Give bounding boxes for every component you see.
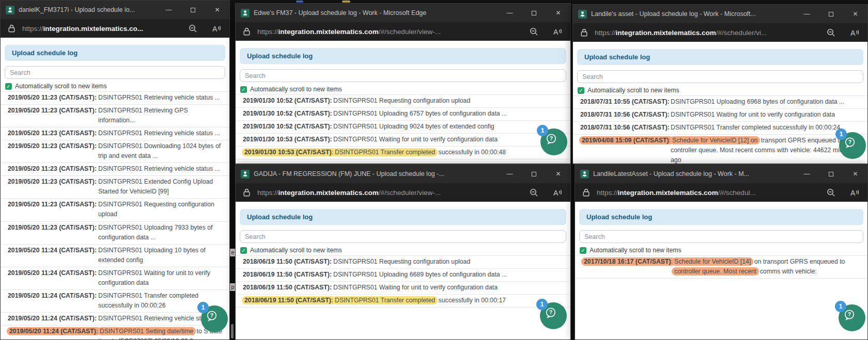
search-input[interactable] — [577, 70, 863, 83]
log-timestamp: 2019/05/20 11:24 (CAT/SAST): — [8, 268, 92, 288]
minimize-button[interactable]: — — [157, 1, 181, 19]
maximize-button[interactable] — [522, 165, 546, 183]
maximize-button[interactable] — [181, 1, 205, 19]
url-text[interactable]: https://integration.mixtelematics.co... — [22, 25, 182, 33]
url-text[interactable]: https://integration.mixtelematics.com/#/… — [597, 189, 820, 197]
help-chat-button[interactable]: 1 — [839, 304, 865, 331]
lock-icon[interactable] — [580, 28, 588, 37]
zoom-out-icon[interactable] — [530, 188, 538, 197]
zoom-out-icon[interactable] — [189, 24, 197, 33]
log-message: DSINTGPRS01 Retrieving vehicle status ..… — [98, 128, 225, 138]
autoscroll-checkbox[interactable]: ✓ — [240, 86, 247, 93]
maximize-button[interactable] — [819, 165, 843, 183]
close-button[interactable]: ✕ — [843, 5, 867, 23]
log-message: DSINTGPRS01 Waiting for unit to verify c… — [98, 268, 225, 288]
log-timestamp: 2019/01/30 10:52 (CAT/SAST): — [243, 96, 327, 106]
log-row: 2019/05/20 11:23 (CAT/SAST): DSINTGPRS01… — [1, 176, 229, 199]
close-button[interactable]: ✕ — [546, 165, 570, 183]
log-timestamp: 2018/07/31 10:56 (CAT/SAST): — [580, 123, 664, 133]
url-text[interactable]: https://integration.mixtelematics.com/#/… — [257, 28, 523, 36]
log-message: DSINTGPRS01 Uploading 10 bytes of extend… — [98, 246, 225, 265]
help-chat-button[interactable]: 1 — [201, 305, 228, 332]
autoscroll-label: Automatically scroll to new items — [250, 247, 342, 254]
help-chat-button[interactable]: 1 — [839, 132, 866, 159]
log-row: 2019/05/20 11:23 (CAT/SAST): DSINTGPRS01… — [1, 222, 229, 245]
minimize-button[interactable]: — — [795, 165, 819, 183]
page-content: Upload schedule log ✓ Automatically scro… — [236, 202, 570, 339]
read-aloud-icon[interactable] — [553, 28, 562, 36]
search-input[interactable] — [240, 230, 566, 243]
minimize-button[interactable]: — — [498, 165, 522, 183]
page-content: Upload schedule log ✓ Automatically scro… — [575, 202, 867, 339]
maximize-button[interactable] — [522, 4, 546, 22]
log-timestamp: 2019/05/20 11:23 (CAT/SAST): — [8, 164, 92, 174]
zoom-out-icon[interactable] — [530, 27, 538, 36]
autoscroll-checkbox[interactable]: ✓ — [580, 247, 586, 254]
site-favicon-icon — [241, 9, 250, 18]
url-text[interactable]: https://integration.mixtelematics.com/#/… — [595, 29, 820, 37]
lock-icon[interactable] — [8, 24, 16, 33]
page-title: Upload schedule log — [240, 209, 566, 225]
close-button[interactable]: ✕ — [546, 4, 570, 22]
log-timestamp: 2019/05/20 11:23 (CAT/SAST): — [8, 106, 92, 125]
maximize-icon — [532, 11, 536, 15]
schedule-log-table: 2019/01/30 10:52 (CAT/SAST): DSINTGPRS01… — [236, 94, 570, 159]
read-aloud-icon[interactable] — [212, 25, 221, 33]
background-window-fragment — [296, 1, 303, 3]
log-row: 2019/05/20 11:24 (CAT/SAST): DSINTGPRS01… — [1, 290, 229, 313]
log-row: 2019/05/20 11:23 (CAT/SAST): DSINTGPRS01… — [1, 105, 229, 127]
log-message: Schedule for VehicleID [14] on transport… — [673, 257, 863, 277]
schedule-log-table: 2017/10/18 16:17 (CAT/SAST): Schedule fo… — [575, 255, 867, 279]
autoscroll-checkbox[interactable]: ✓ — [578, 87, 584, 94]
background-window-fragment — [342, 1, 350, 3]
log-timestamp: 2018/06/19 11:50 (CAT/SAST): — [243, 296, 327, 305]
log-row: 2019/01/30 10:52 (CAT/SAST): DSINTGPRS01… — [236, 108, 570, 121]
log-timestamp: 2019/01/30 10:52 (CAT/SAST): — [243, 122, 327, 132]
search-input[interactable] — [579, 230, 863, 243]
log-message: DSINTGPRS01 Uploading 6968 bytes of conf… — [671, 97, 863, 107]
log-row: 2019/05/20 11:23 (CAT/SAST): DSINTGPRS01… — [1, 163, 229, 176]
read-aloud-icon[interactable] — [553, 189, 562, 197]
lock-icon[interactable] — [582, 188, 590, 197]
search-input[interactable] — [240, 69, 566, 82]
address-bar: https://integration.mixtelematics.com/#/… — [575, 183, 867, 202]
title-bar: danielK_FM3717i - Upload schedule lo... … — [1, 1, 229, 19]
log-message: DSINTGPRS01 Downloading 1024 bytes of tr… — [98, 141, 225, 161]
lock-icon[interactable] — [243, 188, 251, 197]
log-message: DSINTGPRS01 Uploading 7933 bytes of conf… — [98, 223, 225, 242]
read-aloud-icon[interactable] — [850, 189, 859, 197]
read-aloud-icon[interactable] — [850, 29, 859, 37]
address-bar: https://integration.mixtelematics.com/#/… — [236, 22, 570, 41]
address-bar: https://integration.mixtelematics.com/#/… — [236, 183, 570, 202]
minimize-button[interactable]: — — [498, 4, 522, 22]
help-chat-button[interactable]: 1 — [540, 128, 567, 155]
minimize-button[interactable]: — — [795, 5, 819, 23]
zoom-out-icon[interactable] — [827, 28, 835, 37]
close-button[interactable]: ✕ — [843, 165, 867, 183]
close-button[interactable]: ✕ — [205, 1, 229, 19]
autoscroll-checkbox[interactable]: ✓ — [240, 247, 247, 254]
zoom-out-icon[interactable] — [827, 188, 835, 197]
browser-window-w2: Edwe's FM37 - Upload schedule log - Work… — [235, 3, 571, 164]
log-row: 2019/05/20 11:24 (CAT/SAST): DSINTGPRS01… — [1, 245, 229, 267]
log-timestamp: 2018/06/19 11:50 (CAT/SAST): — [243, 283, 327, 293]
page-content: Upload schedule log ✓ Automatically scro… — [1, 38, 229, 339]
page-title: Upload schedule log — [5, 45, 225, 61]
log-timestamp: 2019/05/20 11:24 (CAT/SAST): — [8, 246, 92, 265]
log-timestamp: 2019/05/20 11:23 (CAT/SAST): — [8, 200, 92, 219]
maximize-icon — [191, 8, 195, 12]
question-bubble-icon — [843, 136, 858, 150]
question-bubble-icon — [544, 306, 559, 320]
log-row: 2019/05/20 11:24 (CAT/SAST): DSINTGPRS01… — [1, 326, 229, 339]
window-title: GADIJA - FM REGRESSION (FM) JUNE - Uploa… — [254, 170, 493, 177]
log-row: 2019/05/20 11:23 (CAT/SAST): DSINTGPRS01… — [1, 199, 229, 221]
maximize-button[interactable] — [819, 5, 843, 23]
help-chat-button[interactable]: 1 — [540, 302, 567, 329]
search-input[interactable] — [5, 66, 225, 79]
log-timestamp: 2019/05/20 11:23 (CAT/SAST): — [8, 141, 92, 161]
lock-icon[interactable] — [243, 27, 251, 36]
url-text[interactable]: https://integration.mixtelematics.com/#/… — [257, 189, 523, 197]
log-timestamp: 2019/05/20 11:23 (CAT/SAST): — [8, 223, 92, 242]
question-bubble-icon — [205, 310, 220, 323]
autoscroll-checkbox[interactable]: ✓ — [5, 83, 12, 90]
